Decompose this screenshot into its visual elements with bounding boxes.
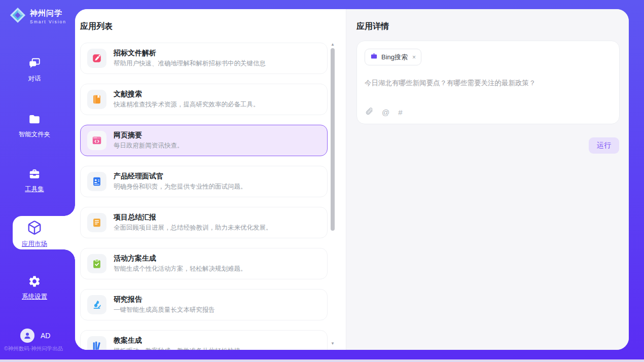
window-bottom-edge: [0, 359, 644, 362]
folder-icon: [28, 119, 41, 127]
app-card-event-plan[interactable]: 活动方案生成 智能生成个性化活动方案，轻松解决规划难题。: [80, 248, 328, 279]
content-frame: 应用列表 招标文件解析 帮助用户快速、准确地理解和解析招标书中的关键信息: [75, 9, 629, 350]
app-card-desc: 全面回顾项目进展，总结经验教训，助力未来优化发展。: [114, 224, 272, 232]
gear-icon: [28, 281, 41, 289]
hash-icon[interactable]: #: [398, 108, 402, 116]
query-text-input[interactable]: 今日湖北有哪些新闻要点？有哪些需要关注的最新政策？: [365, 79, 612, 88]
attachment-toolbar: @ #: [365, 107, 403, 117]
app-card-title: 活动方案生成: [114, 254, 247, 263]
app-logo: 神州问学 Smart Vision: [9, 7, 66, 26]
books-icon: [87, 336, 106, 350]
app-card-list: 招标文件解析 帮助用户快速、准确地理解和解析招标书中的关键信息 文献搜索 快速精…: [80, 43, 328, 350]
sidebar-item-chat[interactable]: 对话: [0, 57, 69, 83]
sidebar-item-label: 应用市场: [0, 240, 69, 248]
scrollbar-up-icon[interactable]: ▲: [330, 42, 336, 47]
app-card-title: 教案生成: [114, 336, 240, 345]
app-card-title: 招标文件解析: [114, 49, 266, 58]
sidebar-item-toolset[interactable]: 工具集: [0, 167, 69, 194]
scrollbar-thumb[interactable]: [331, 48, 335, 231]
gem-diamond-logo-icon: [9, 7, 26, 26]
sidebar-item-label: 系统设置: [0, 293, 69, 301]
sidebar-item-label: 智能文件夹: [0, 130, 69, 139]
app-card-web-summary[interactable]: 网页摘要 每日政府新闻资讯快查。: [80, 125, 328, 156]
tool-chip-label: Bing搜索: [381, 53, 408, 62]
app-card-pm-interviewer[interactable]: 产品经理面试官 明确身份和职责，为您提供专业性的面试问题。: [80, 166, 328, 197]
app-card-literature-search[interactable]: 文献搜索 快速精准查找学术资源，提高研究效率的必备工具。: [80, 84, 328, 115]
sidebar: 神州问学 Smart Vision 对话 智能文件夹 工具集: [0, 0, 75, 359]
app-card-desc: 快速精准查找学术资源，提高研究效率的必备工具。: [114, 101, 260, 109]
tool-chip-bing-search[interactable]: Bing搜索 ×: [365, 49, 421, 65]
app-card-title: 产品经理面试官: [114, 172, 247, 181]
app-card-desc: 明确身份和职责，为您提供专业性的面试问题。: [114, 183, 247, 191]
avatar: [20, 329, 34, 343]
app-list-title: 应用列表: [80, 21, 113, 32]
sidebar-item-label: 对话: [0, 75, 69, 83]
run-button[interactable]: 运行: [589, 137, 619, 154]
person-icon: [23, 331, 32, 340]
resume-icon: [87, 172, 106, 191]
paperclip-icon[interactable]: [365, 107, 373, 117]
chat-icon: [28, 63, 41, 71]
app-detail-title: 应用详情: [356, 21, 389, 32]
sidebar-item-settings[interactable]: 系统设置: [0, 275, 69, 301]
app-card-project-summary[interactable]: 项目总结汇报 全面回顾项目进展，总结经验教训，助力未来优化发展。: [80, 207, 328, 238]
app-card-title: 网页摘要: [114, 131, 184, 140]
app-card-research-report[interactable]: 研究报告 一键智能生成高质量长文本研究报告: [80, 289, 328, 320]
copyright-footer: ©神州数码·神州问学出品: [4, 345, 63, 352]
cube-icon: [27, 228, 42, 237]
logo-title: 神州问学: [30, 9, 62, 17]
browser-code-icon: [87, 131, 106, 150]
microscope-icon: [87, 295, 106, 314]
app-card-title: 研究报告: [114, 295, 215, 304]
app-card-desc: 智能生成个性化活动方案，轻松解决规划难题。: [114, 265, 247, 273]
close-icon[interactable]: ×: [412, 54, 416, 61]
sidebar-item-label: 工具集: [0, 185, 69, 194]
list-scrollbar[interactable]: ▲ ▼: [330, 42, 336, 346]
user-account[interactable]: AD: [20, 329, 50, 343]
logo-subtitle: Smart Vision: [30, 19, 66, 24]
app-card-desc: 每日政府新闻资讯快查。: [114, 142, 184, 150]
book-icon: [87, 90, 106, 109]
app-card-tender-analysis[interactable]: 招标文件解析 帮助用户快速、准确地理解和解析招标书中的关键信息: [80, 43, 328, 74]
app-list-panel: 应用列表 招标文件解析 帮助用户快速、准确地理解和解析招标书中的关键信息: [75, 9, 346, 350]
briefcase-icon: [370, 52, 378, 62]
sidebar-item-smart-folders[interactable]: 智能文件夹: [0, 113, 69, 139]
app-card-desc: 模板驱动，教案秒成，教学准备从此轻松快捷: [114, 347, 240, 350]
toolbox-icon: [28, 173, 41, 182]
clipboard-check-icon: [87, 254, 106, 273]
at-sign-icon[interactable]: @: [382, 108, 389, 116]
app-card-title: 文献搜索: [114, 90, 260, 99]
edit-document-icon: [87, 49, 106, 68]
note-report-icon: [87, 213, 106, 232]
user-name: AD: [41, 332, 50, 340]
app-detail-panel: 应用详情 Bing搜索 × 今日湖北有哪些新闻要点？有哪些需要关注的最新政策？: [346, 9, 629, 350]
sidebar-item-app-market[interactable]: 应用市场: [0, 220, 69, 248]
app-card-title: 项目总结汇报: [114, 213, 272, 222]
app-card-lesson-plan[interactable]: 教案生成 模板驱动，教案秒成，教学准备从此轻松快捷: [80, 330, 328, 350]
app-card-desc: 帮助用户快速、准确地理解和解析招标书中的关键信息: [114, 60, 266, 68]
scrollbar-down-icon[interactable]: ▼: [330, 341, 336, 346]
app-card-desc: 一键智能生成高质量长文本研究报告: [114, 306, 215, 314]
prompt-input-card[interactable]: Bing搜索 × 今日湖北有哪些新闻要点？有哪些需要关注的最新政策？ @ #: [356, 41, 620, 124]
